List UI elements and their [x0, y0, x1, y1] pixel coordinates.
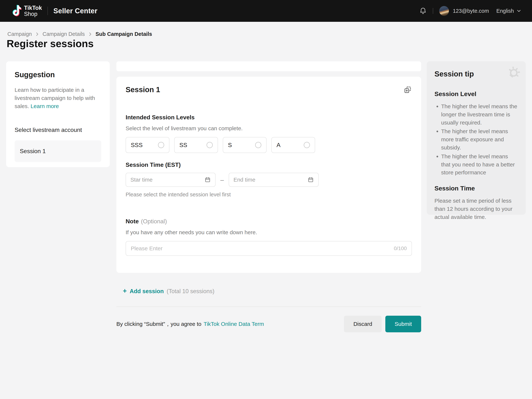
lightbulb-icon [505, 65, 521, 82]
calendar-icon[interactable] [204, 177, 211, 183]
radio-unchecked[interactable] [207, 142, 213, 148]
plus-icon: + [123, 288, 127, 294]
note-field[interactable]: 0/100 [126, 241, 412, 256]
radio-unchecked[interactable] [304, 142, 310, 148]
agreement-prefix: By clicking “Submit”，you agree to [116, 321, 201, 327]
tip-time-heading: Session Time [434, 185, 518, 192]
page-title: Register sessions [7, 38, 94, 50]
data-term-link[interactable]: TikTok Online Data Term [203, 321, 264, 327]
note-char-counter: 0/100 [394, 246, 407, 251]
agreement-text: By clicking “Submit”，you agree toTikTok … [116, 320, 264, 328]
level-options: SSS SS S A [126, 137, 412, 153]
levels-subheading: Select the level of livestream you can c… [126, 125, 412, 132]
chevron-down-icon [516, 8, 522, 14]
suggestion-panel: Suggestion Learn how to participate in a… [6, 61, 110, 167]
session-card-title: Session 1 [126, 86, 160, 94]
time-range-separator: – [220, 176, 224, 184]
level-label: SS [179, 142, 187, 149]
levels-heading: Intended Session Levels [126, 114, 412, 121]
suggestion-title: Suggestion [15, 70, 101, 79]
account-email: 123@byte.com [453, 8, 489, 14]
submit-button[interactable]: Submit [385, 316, 421, 332]
level-label: A [277, 142, 280, 149]
language-label: English [496, 8, 514, 14]
language-selector[interactable]: English [496, 8, 522, 14]
tip-time-body: Please set a time period of less than 12… [434, 197, 518, 221]
tip-level-heading: Session Level [434, 90, 518, 98]
tip-bullet: The higher the level means the longer th… [441, 102, 518, 127]
discard-button[interactable]: Discard [344, 316, 382, 332]
header-divider [47, 7, 48, 15]
chevron-right-icon [35, 32, 39, 37]
breadcrumb-campaign-details[interactable]: Campaign Details [43, 31, 85, 37]
main-column: Session 1 Intended Session Levels Select… [116, 61, 421, 332]
breadcrumb-campaign[interactable]: Campaign [7, 31, 32, 37]
radio-unchecked[interactable] [158, 142, 164, 148]
note-optional-label: (Optional) [141, 218, 167, 225]
time-range-row: – [126, 173, 412, 187]
add-session-button[interactable]: + Add session (Total 10 sessions) [123, 288, 421, 295]
logo-wordmark: TikTok Shop [24, 5, 42, 17]
header-right: 123@byte.com English [419, 6, 522, 16]
sidebar-item-session-1[interactable]: Session 1 [15, 140, 101, 162]
tip-bullet: The higher the level means that you need… [441, 152, 518, 177]
tiktok-shop-logo[interactable]: TikTok Shop [10, 4, 42, 18]
suggestion-body: Learn how to participate in a livestream… [15, 86, 101, 110]
collapsed-top-bar [116, 61, 421, 71]
level-option-sss[interactable]: SSS [126, 137, 169, 153]
chevron-right-icon [88, 32, 93, 37]
tip-level-list: The higher the level means the longer th… [434, 102, 518, 177]
calendar-icon[interactable] [308, 177, 314, 183]
notification-bell-icon[interactable] [419, 7, 427, 15]
session-form-card: Session 1 Intended Session Levels Select… [116, 77, 421, 273]
end-time-input[interactable] [234, 177, 308, 183]
note-heading: Note [126, 218, 139, 225]
footer-divider [116, 306, 421, 307]
end-time-field[interactable] [229, 173, 319, 187]
tip-bullet: The higher the level means more traffic … [441, 127, 518, 152]
level-label: SSS [131, 142, 143, 149]
select-livestream-account-label: Select livestream account [15, 127, 101, 133]
tiktok-note-icon [10, 4, 21, 18]
header-vertical-divider [433, 8, 433, 14]
time-heading: Session Time (EST) [126, 161, 412, 168]
breadcrumb-sub-campaign-details: Sub Campaign Details [95, 31, 152, 37]
note-subheading: If you have any other needs you can writ… [126, 229, 412, 235]
duplicate-session-icon[interactable] [403, 86, 412, 94]
note-text-input[interactable] [131, 245, 390, 252]
level-label: S [228, 142, 232, 149]
breadcrumb: Campaign Campaign Details Sub Campaign D… [7, 31, 152, 37]
learn-more-link[interactable]: Learn more [31, 103, 59, 109]
session-tip-panel: Session tip Session Level The higher the… [427, 61, 526, 215]
level-option-a[interactable]: A [271, 137, 315, 153]
app-header: TikTok Shop Seller Center 123@byte.com E… [0, 0, 532, 22]
time-hint: Please select the intended session level… [126, 191, 412, 198]
form-footer: By clicking “Submit”，you agree toTikTok … [116, 316, 421, 332]
start-time-field[interactable] [126, 173, 215, 187]
add-session-total: (Total 10 sessions) [167, 288, 214, 295]
app-title: Seller Center [53, 7, 97, 15]
radio-unchecked[interactable] [255, 142, 261, 148]
level-option-ss[interactable]: SS [174, 137, 218, 153]
add-session-label: Add session [130, 288, 164, 295]
level-option-s[interactable]: S [223, 137, 266, 153]
avatar[interactable] [439, 6, 449, 16]
start-time-input[interactable] [130, 177, 204, 183]
